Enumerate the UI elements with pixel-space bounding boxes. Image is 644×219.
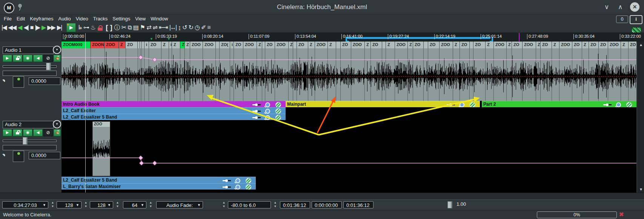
clip-segment[interactable]: ZOO	[315, 42, 328, 48]
magnifier-icon[interactable]	[460, 102, 464, 107]
nudge-field[interactable]: 0.0000	[29, 77, 60, 85]
plugin-bar[interactable]: Intro Audio Book	[61, 101, 286, 107]
clip-segment[interactable]: ZOO	[494, 42, 507, 48]
clip-segment[interactable]: ZO	[428, 42, 440, 48]
play-inout-button[interactable]: ▶	[66, 23, 76, 32]
redo-icon[interactable]: ↻	[189, 23, 193, 32]
play-icon[interactable]: ▶	[41, 23, 45, 32]
selection-start-field[interactable]: 0:01:36:12	[280, 201, 310, 208]
vertical-scrollbar[interactable]: ▲ ▼	[638, 42, 644, 193]
magnifier-icon[interactable]	[265, 102, 270, 107]
menu-video[interactable]: Video	[76, 16, 92, 22]
plugin-show-icon[interactable]	[252, 104, 261, 105]
fit-autos-icon[interactable]: ↨	[178, 23, 180, 32]
clip-segment[interactable]: Z	[453, 42, 460, 48]
menu-edit[interactable]: Edit	[17, 16, 29, 22]
prev-label-icon[interactable]: ⇄	[146, 23, 151, 32]
clip-segment[interactable]: Z	[507, 42, 512, 48]
mute-toggle-button[interactable]: ⊘	[43, 129, 53, 136]
plugin-show-icon[interactable]	[603, 104, 612, 105]
spinner[interactable]: ▲▼	[272, 201, 278, 209]
selection-end-field[interactable]: 0:00:00:00	[312, 201, 342, 208]
plugin-show-icon[interactable]	[252, 117, 261, 118]
clip-segment[interactable]: Z	[119, 42, 126, 48]
fit-selection-icon[interactable]: ⇤⇥	[159, 23, 168, 32]
zoom-slider-handle[interactable]	[447, 201, 452, 208]
amplitude-zoom-combo[interactable]: 128▼	[90, 201, 113, 208]
clip-segment[interactable]: ZO	[126, 42, 138, 48]
pan-box[interactable]	[13, 76, 24, 88]
clip-segment[interactable]: i	[169, 42, 172, 48]
preset-icon[interactable]	[246, 178, 251, 183]
manual-goto-icon[interactable]: ◷	[195, 23, 199, 32]
clip-segment[interactable]: Z	[582, 42, 589, 48]
next-label-icon[interactable]: ⇌	[153, 23, 157, 32]
play-reverse-icon[interactable]: ◀	[18, 23, 22, 32]
pan-box[interactable]	[13, 151, 24, 162]
plugin-show-icon[interactable]	[223, 187, 231, 188]
menu-settings[interactable]: Settings	[112, 16, 134, 22]
goto-start-icon[interactable]: |◀	[2, 23, 6, 32]
plugin-bar[interactable]: Mainpart	[286, 101, 480, 107]
magnifier-icon[interactable]	[235, 185, 240, 190]
preset-icon[interactable]	[275, 108, 281, 114]
preset-icon[interactable]	[470, 102, 475, 107]
clip-segment[interactable]: Z	[408, 42, 413, 48]
plugin-bar[interactable]: L2_Calf Equalizer 5 Band	[61, 177, 256, 183]
track-name-field[interactable]: Audio 1	[3, 46, 54, 54]
razor-icon[interactable]: ✐	[201, 23, 205, 32]
clip-segment[interactable]: Z	[365, 42, 371, 48]
clip-segment[interactable]: ZOO	[395, 42, 408, 48]
frame-reverse-icon[interactable]: ◀|	[23, 23, 28, 32]
nudge-field[interactable]: 0.0000	[29, 152, 60, 159]
label-marker-icon[interactable]: ▼	[150, 37, 153, 41]
track-name-field[interactable]: Audio 2	[3, 121, 54, 128]
fast-reverse-icon[interactable]: ◀◀	[8, 23, 16, 32]
pan-knob-icon[interactable]: ◑	[0, 76, 8, 85]
label-marker-icon[interactable]: ▼	[167, 37, 171, 41]
selection-length-field[interactable]: 0:01:36:12	[343, 201, 373, 208]
track-height-combo[interactable]: 64▼	[123, 201, 146, 208]
track-expander[interactable]: ▲▼	[57, 55, 60, 61]
clip-segment[interactable]: Z	[308, 42, 315, 48]
clip-segment[interactable]: ZOO	[440, 42, 453, 48]
clip-segment[interactable]	[336, 42, 341, 48]
clip-segment[interactable]: Z	[552, 42, 559, 48]
clip-segment[interactable]: ZO	[265, 42, 275, 48]
clip-segment[interactable]: Z	[486, 42, 494, 48]
plugin-show-icon[interactable]	[447, 104, 455, 105]
track2-clip[interactable]: ZOO	[92, 122, 110, 176]
track-menu-icon[interactable]: ▼	[53, 120, 61, 128]
timebar-playhead[interactable]	[519, 33, 520, 41]
fast-forward-icon[interactable]: ▶▶	[47, 23, 55, 32]
editing-mode-icon[interactable]: I⁎	[78, 23, 81, 32]
fader-slider[interactable]	[3, 140, 57, 142]
clip-segment[interactable]: ZO	[413, 42, 424, 48]
play-toggle-button[interactable]: ▶	[3, 129, 12, 136]
generate-keyframes-icon[interactable]: ♨	[91, 23, 95, 32]
draw-speaker-button[interactable]: ◀	[33, 55, 43, 62]
clip-segment[interactable]: ZO	[599, 42, 608, 48]
clip-segment[interactable]: ZO	[629, 42, 636, 48]
maximize-button[interactable]: ∧	[618, 4, 622, 11]
track2-waveform-canvas[interactable]	[93, 127, 110, 176]
scroll-up-icon[interactable]: ▲	[639, 43, 643, 47]
fader-handle[interactable]	[46, 63, 51, 70]
magnifier-icon[interactable]	[265, 109, 270, 114]
clip-segment[interactable]: Z	[536, 42, 541, 48]
clip-segment[interactable]: ZOON	[91, 42, 105, 48]
clip-segment[interactable]: ZO	[473, 42, 486, 48]
frame-forward-icon[interactable]: |▶	[35, 23, 40, 32]
clip-segment[interactable]: ZO	[460, 42, 470, 48]
arm-lock-button[interactable]	[13, 129, 22, 136]
clip-segment[interactable]: ZO	[572, 42, 582, 48]
menu-window[interactable]: Window	[151, 16, 172, 22]
play-toggle-button[interactable]: ▶	[3, 55, 12, 62]
label-marker-icon[interactable]: ▼	[63, 37, 67, 41]
track1-waveform-canvas[interactable]	[61, 48, 636, 101]
clip-segment[interactable]: i	[144, 42, 149, 48]
clip-segment[interactable]: ZO	[149, 42, 161, 48]
clip-segment[interactable]: ZO	[541, 42, 552, 48]
clip-segment[interactable]	[262, 42, 265, 48]
clip-segment[interactable]: ZOO	[351, 42, 365, 48]
